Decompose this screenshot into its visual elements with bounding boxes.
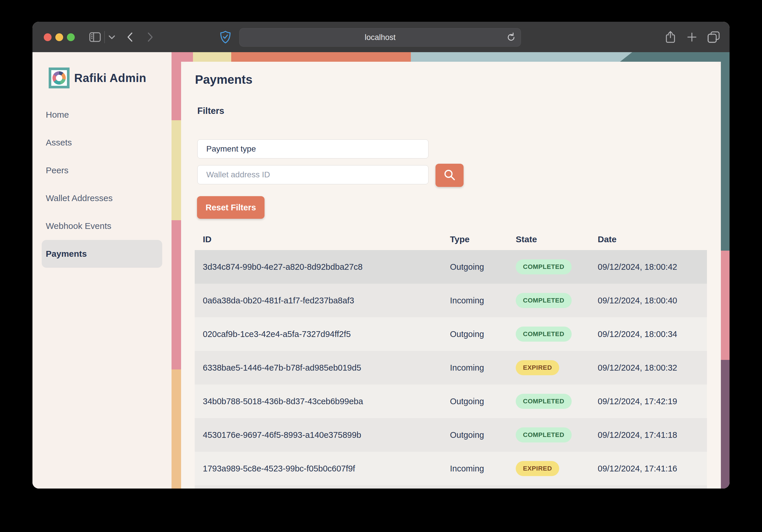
artwork-strip: [193, 52, 231, 62]
share-icon[interactable]: [665, 22, 676, 52]
toolbar-divider: [104, 31, 105, 43]
chevron-down-icon[interactable]: [109, 22, 115, 52]
status-badge: COMPLETED: [516, 394, 572, 409]
column-header-date: Date: [590, 234, 707, 244]
table-row[interactable]: 34b0b788-5018-436b-8d37-43ceb6b99eba Out…: [195, 385, 707, 418]
status-badge: COMPLETED: [516, 259, 572, 274]
table-row[interactable]: 0a6a38da-0b20-481f-a1f7-fed237ba8af3 Inc…: [195, 284, 707, 317]
column-header-state: State: [508, 234, 590, 244]
main-card: Payments Filters Payment type Reset Filt…: [181, 62, 721, 489]
artwork-strip: [172, 220, 181, 369]
sidebar-item-wallet-addresses[interactable]: Wallet Addresses: [42, 184, 162, 212]
payment-type-select[interactable]: Payment type: [197, 139, 428, 159]
rafiki-logo-icon: [49, 67, 70, 88]
shield-check-icon[interactable]: [220, 22, 231, 52]
payment-id-cell: 6338bae5-1446-4e7b-b78f-ad985eb019d5: [195, 363, 442, 373]
table-row[interactable]: 4530176e-9697-46f5-8993-a140e375899b Out…: [195, 418, 707, 452]
zoom-window-button[interactable]: [67, 33, 75, 41]
sidebar-item-home[interactable]: Home: [42, 101, 162, 129]
payment-id-cell: 34b0b788-5018-436b-8d37-43ceb6b99eba: [195, 397, 442, 406]
artwork-strip: [172, 120, 181, 220]
table-row[interactable]: 020caf9b-1ce3-42e4-a5fa-7327d94ff2f5 Out…: [195, 317, 707, 351]
table-header: ID Type State Date: [195, 228, 707, 250]
payment-state-cell: COMPLETED: [508, 293, 590, 308]
payment-id-cell: 1793a989-5c8e-4523-99bc-f05b0c607f9f: [195, 464, 442, 474]
browser-toolbar: localhost: [33, 22, 729, 52]
page-title: Payments: [195, 73, 252, 87]
refresh-icon[interactable]: [506, 33, 516, 42]
search-button[interactable]: [435, 164, 464, 187]
sidebar-item-payments[interactable]: Payments: [42, 240, 162, 268]
payment-type-cell: Incoming: [442, 363, 508, 373]
payment-state-cell: COMPLETED: [508, 427, 590, 442]
minimize-window-button[interactable]: [55, 33, 63, 41]
table-row[interactable]: 3d34c874-99b0-4e27-a820-8d92bdba27c8 Out…: [195, 250, 707, 284]
payment-id-cell: 4530176e-9697-46f5-8993-a140e375899b: [195, 430, 442, 440]
payment-type-cell: Outgoing: [442, 430, 508, 440]
address-bar[interactable]: localhost: [239, 28, 521, 47]
brand-logo[interactable]: Rafiki Admin: [49, 67, 146, 88]
reset-filters-button[interactable]: Reset Filters: [197, 196, 265, 219]
page-content: Rafiki Admin Home Assets Peers Wallet Ad…: [33, 52, 729, 489]
payment-type-cell: Outgoing: [442, 397, 508, 406]
sidebar-item-label: Assets: [46, 138, 72, 147]
brand-name: Rafiki Admin: [74, 72, 146, 85]
magnifier-icon: [443, 168, 456, 183]
artwork-strip: [231, 52, 411, 62]
artwork-strip: [721, 52, 729, 251]
payment-state-cell: EXPIRED: [508, 461, 590, 476]
close-window-button[interactable]: [44, 33, 51, 41]
payment-state-cell: COMPLETED: [508, 394, 590, 409]
sidebar-item-webhook-events[interactable]: Webhook Events: [42, 212, 162, 240]
table-row[interactable]: 1793a989-5c8e-4523-99bc-f05b0c607f9f Inc…: [195, 452, 707, 485]
payment-state-cell: EXPIRED: [508, 360, 590, 375]
payment-date-cell: 09/12/2024, 18:00:42: [590, 262, 707, 272]
status-badge: COMPLETED: [516, 293, 572, 308]
table-row[interactable]: 6338bae5-1446-4e7b-b78f-ad985eb019d5 Inc…: [195, 351, 707, 385]
sidebar-item-label: Home: [46, 110, 69, 120]
table-body: 3d34c874-99b0-4e27-a820-8d92bdba27c8 Out…: [195, 250, 707, 485]
browser-window: localhost: [33, 22, 729, 489]
payment-state-cell: COMPLETED: [508, 327, 590, 342]
sidebar-toggle-icon[interactable]: [89, 22, 101, 52]
payment-id-cell: 020caf9b-1ce3-42e4-a5fa-7327d94ff2f5: [195, 330, 442, 339]
payment-date-cell: 09/12/2024, 18:00:34: [590, 330, 707, 339]
column-header-type: Type: [442, 234, 508, 244]
payment-type-cell: Outgoing: [442, 330, 508, 339]
status-badge: COMPLETED: [516, 327, 572, 342]
payment-type-cell: Incoming: [442, 296, 508, 305]
artwork-strip: [411, 52, 632, 62]
sidebar-item-assets[interactable]: Assets: [42, 129, 162, 156]
sidebar-item-label: Webhook Events: [46, 221, 111, 231]
payment-date-cell: 09/12/2024, 17:42:19: [590, 397, 707, 406]
payment-type-cell: Outgoing: [442, 262, 508, 272]
wallet-address-input[interactable]: [197, 165, 428, 184]
new-tab-icon[interactable]: [687, 22, 697, 52]
artwork-strip: [172, 369, 181, 489]
forward-icon[interactable]: [147, 22, 154, 52]
url-text: localhost: [365, 33, 396, 42]
status-badge: COMPLETED: [516, 427, 572, 442]
sidebar-nav: Home Assets Peers Wallet Addresses Webho…: [33, 101, 172, 268]
sidebar-item-peers[interactable]: Peers: [42, 156, 162, 184]
payment-type-value: Payment type: [206, 144, 256, 154]
sidebar-item-label: Payments: [46, 249, 87, 259]
payments-table: ID Type State Date 3d34c874-99b0-4e27-a8…: [195, 228, 707, 489]
table-row-partial: [195, 485, 707, 489]
payment-type-cell: Incoming: [442, 464, 508, 474]
column-header-id: ID: [195, 234, 442, 244]
artwork-strip: [172, 52, 181, 120]
sidebar: Rafiki Admin Home Assets Peers Wallet Ad…: [33, 52, 172, 489]
payment-date-cell: 09/12/2024, 17:41:16: [590, 464, 707, 474]
payment-state-cell: COMPLETED: [508, 259, 590, 274]
back-icon[interactable]: [127, 22, 133, 52]
payment-id-cell: 0a6a38da-0b20-481f-a1f7-fed237ba8af3: [195, 296, 442, 305]
payment-id-cell: 3d34c874-99b0-4e27-a820-8d92bdba27c8: [195, 262, 442, 272]
sidebar-item-label: Wallet Addresses: [46, 193, 113, 203]
payment-date-cell: 09/12/2024, 17:41:18: [590, 430, 707, 440]
payment-date-cell: 09/12/2024, 18:00:32: [590, 363, 707, 373]
artwork-strip: [721, 360, 729, 489]
tab-overview-icon[interactable]: [708, 22, 720, 52]
payment-date-cell: 09/12/2024, 18:00:40: [590, 296, 707, 305]
status-badge: EXPIRED: [516, 360, 559, 375]
